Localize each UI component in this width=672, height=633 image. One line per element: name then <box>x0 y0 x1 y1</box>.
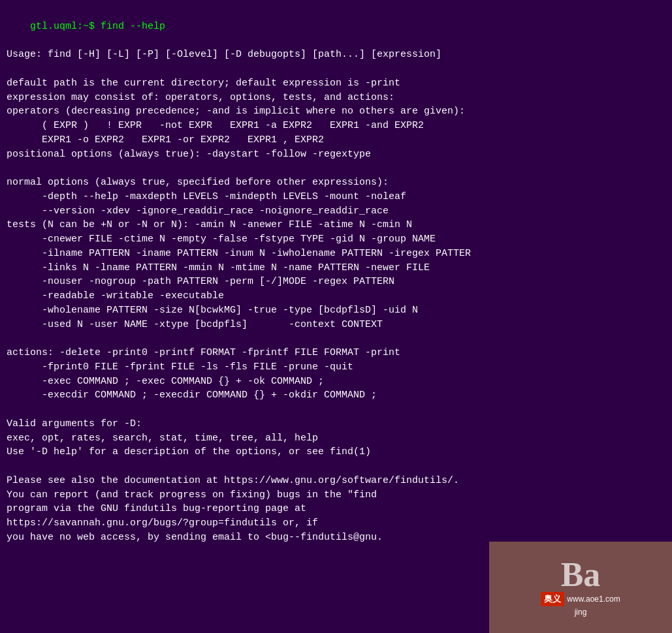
terminal-line: -cnewer FILE -ctime N -empty -false -fst… <box>7 232 665 247</box>
watermark-url: www.aoe1.com <box>567 594 620 604</box>
terminal-line: -links N -lname PATTERN -mmin N -mtime N… <box>7 261 665 275</box>
watermark-jing: jing <box>575 608 587 617</box>
terminal-line <box>7 62 665 76</box>
terminal-line: -nouser -nogroup -path PATTERN -perm [-/… <box>7 275 665 289</box>
watermark: Ba 奥义 www.aoe1.com jing <box>489 542 672 633</box>
terminal-line: program via the GNU findutils bug-report… <box>7 502 665 516</box>
terminal-line: -depth --help -maxdepth LEVELS -mindepth… <box>7 190 665 204</box>
terminal-line: exec, opt, rates, search, stat, time, tr… <box>7 431 665 446</box>
terminal-line: normal options (always true, specified b… <box>7 176 665 190</box>
terminal-line: ( EXPR ) ! EXPR -not EXPR EXPR1 -a EXPR2… <box>7 119 665 133</box>
terminal-line: -used N -user NAME -xtype [bcdpfls] -con… <box>7 318 665 332</box>
terminal-line: -readable -writable -executable <box>7 289 665 303</box>
terminal-line: actions: -delete -print0 -printf FORMAT … <box>7 346 665 360</box>
terminal-line: default path is the current directory; d… <box>7 76 665 91</box>
terminal-line: expression may consist of: operators, op… <box>7 91 665 105</box>
watermark-aoe-row: 奥义 www.aoe1.com <box>541 592 620 606</box>
terminal-line: --version -xdev -ignore_readdir_race -no… <box>7 204 665 219</box>
terminal-line: operators (decreasing precedence; -and i… <box>7 104 665 119</box>
terminal-output: Usage: find [-H] [-L] [-P] [-Olevel] [-D… <box>7 48 665 544</box>
watermark-ba-text: Ba <box>561 558 601 592</box>
terminal-line: https://savannah.gnu.org/bugs/?group=fin… <box>7 516 665 531</box>
terminal-line: -ilname PATTERN -iname PATTERN -inum N -… <box>7 247 665 261</box>
terminal-line: -exec COMMAND ; -exec COMMAND {} + -ok C… <box>7 375 665 389</box>
terminal-line: Use '-D help' for a description of the o… <box>7 445 665 459</box>
terminal-line: EXPR1 -o EXPR2 EXPR1 -or EXPR2 EXPR1 , E… <box>7 133 665 147</box>
terminal-line: Valid arguments for -D: <box>7 417 665 431</box>
terminal-line: positional options (always true): -dayst… <box>7 147 665 162</box>
terminal-line: -fprint0 FILE -fprint FILE -ls -fls FILE… <box>7 360 665 375</box>
prompt-user: gtl.uqml:~$ find --help <box>30 21 165 32</box>
terminal-line: tests (N can be +N or -N or N): -amin N … <box>7 218 665 232</box>
terminal-line: Please see also the documentation at htt… <box>7 474 665 488</box>
terminal-line: Usage: find [-H] [-L] [-P] [-Olevel] [-D… <box>7 48 665 62</box>
terminal-line: -execdir COMMAND ; -execdir COMMAND {} +… <box>7 388 665 403</box>
watermark-logo: 奥义 <box>541 592 564 606</box>
terminal-window: gtl.uqml:~$ find --help Usage: find [-H]… <box>0 0 672 633</box>
terminal-line <box>7 161 665 176</box>
terminal-line <box>7 332 665 346</box>
terminal-line: -wholename PATTERN -size N[bcwkMG] -true… <box>7 303 665 318</box>
terminal-line: You can report (and track progress on fi… <box>7 488 665 502</box>
prompt-line[interactable]: gtl.uqml:~$ find --help <box>7 5 665 48</box>
terminal-line <box>7 459 665 474</box>
terminal-line <box>7 403 665 417</box>
